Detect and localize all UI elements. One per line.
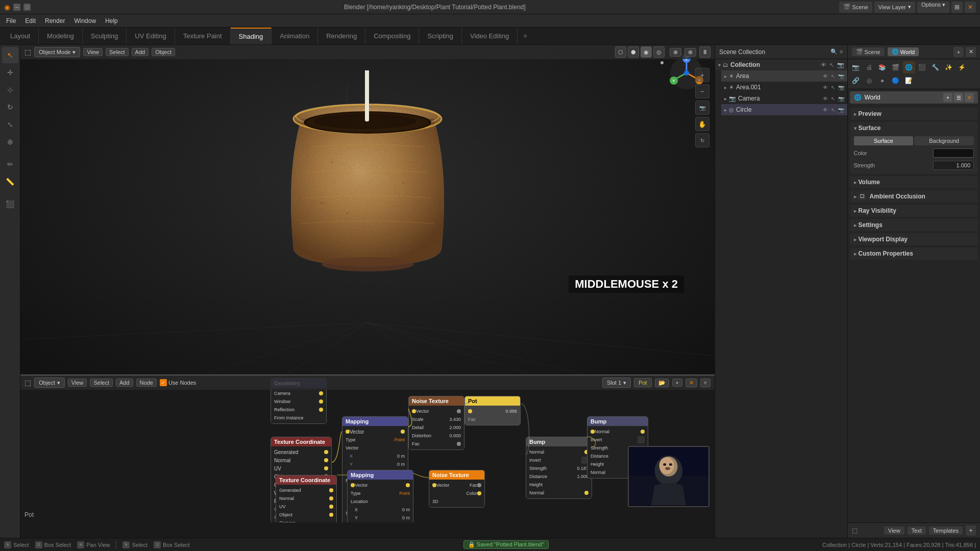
prop-tab-object[interactable]: ⬛ bbox=[916, 61, 928, 73]
tab-animation[interactable]: Animation bbox=[272, 28, 318, 44]
tab-sculpting[interactable]: Sculpting bbox=[83, 28, 127, 44]
nav-zoom-out[interactable]: − bbox=[695, 84, 709, 98]
mat-new-btn[interactable]: + bbox=[672, 379, 682, 387]
rendered-btn[interactable]: ◎ bbox=[653, 46, 665, 58]
node-editor-type-icon[interactable]: ⬚ bbox=[24, 379, 31, 387]
prop-tab-material[interactable]: ● bbox=[876, 74, 889, 87]
max-btn[interactable]: □ bbox=[23, 4, 31, 11]
solid-btn[interactable]: ⬢ bbox=[628, 46, 639, 58]
node-view-menu[interactable]: View bbox=[68, 379, 87, 387]
section-ao-header[interactable]: ▸ ☐ Ambient Occlusion bbox=[850, 190, 978, 203]
node-extra-btn[interactable]: ▿ bbox=[700, 379, 710, 387]
node-bump-1[interactable]: Bump Normal Invert Strength0.187 Distanc… bbox=[526, 437, 592, 499]
outliner-item-area001[interactable]: ▸ ☀ Area.001 👁 ↖ 📷 bbox=[721, 82, 847, 93]
node-node-menu[interactable]: Node bbox=[136, 379, 157, 387]
collection-row[interactable]: ▾ 🗂 Collection 👁 ↖ 📷 bbox=[715, 59, 847, 70]
prop-tab-particles[interactable]: ✨ bbox=[943, 61, 955, 73]
use-nodes-checkbox[interactable]: ✓ Use Nodes bbox=[160, 379, 196, 386]
nav-camera-view[interactable]: 📷 bbox=[695, 101, 709, 115]
add-cube-icon[interactable]: ⬛ bbox=[2, 196, 18, 212]
surface-tab[interactable]: Surface bbox=[854, 136, 914, 145]
world-browse-btn[interactable]: ☰ bbox=[954, 93, 963, 102]
node-texture-coord-2[interactable]: Texture Coordinate Generated Normal UV O… bbox=[276, 475, 337, 522]
move-icon[interactable]: ⊹ bbox=[2, 82, 18, 98]
measure-icon[interactable]: 📏 bbox=[2, 173, 18, 190]
prop-tab-constraints[interactable]: 🔗 bbox=[850, 74, 862, 87]
tab-layout[interactable]: Layout bbox=[2, 28, 39, 44]
menu-edit[interactable]: Edit bbox=[21, 16, 40, 26]
node-select-menu[interactable]: Select bbox=[90, 379, 113, 387]
prop-tab-modifier[interactable]: 🔧 bbox=[929, 61, 942, 73]
outliner-item-camera[interactable]: ▸ 📷 Camera 👁 ↖ 📷 bbox=[721, 93, 847, 104]
rotate-icon[interactable]: ↻ bbox=[2, 99, 18, 115]
nav-zoom-in[interactable]: + bbox=[695, 68, 709, 82]
view-layer-dropdown[interactable]: View Layer ▾ bbox=[874, 2, 915, 13]
prop-editor-icon[interactable]: ⬚ bbox=[852, 527, 857, 534]
tab-scripting[interactable]: Scripting bbox=[419, 28, 462, 44]
view-menu-btn[interactable]: View bbox=[83, 48, 103, 56]
tab-uv-editing[interactable]: UV Editing bbox=[127, 28, 175, 44]
node-mode-selector[interactable]: Object ▾ bbox=[34, 378, 65, 388]
collection-select-icon[interactable]: ↖ bbox=[829, 62, 834, 68]
annotate-icon[interactable]: ✏ bbox=[2, 156, 18, 172]
pause-btn[interactable]: ⏸ bbox=[699, 46, 710, 58]
view-tab[interactable]: View bbox=[884, 527, 904, 535]
mode-selector[interactable]: Object Mode ▾ bbox=[34, 47, 80, 57]
object-menu-btn[interactable]: Object bbox=[152, 48, 175, 56]
section-preview-header[interactable]: ▸ Preview bbox=[850, 108, 978, 120]
section-surface-header[interactable]: ▾ Surface bbox=[850, 122, 978, 134]
node-noise-texture[interactable]: Noise Texture Vector Scale3.430 Detail2.… bbox=[408, 396, 464, 450]
collection-render-icon[interactable]: 📷 bbox=[837, 62, 844, 68]
strength-input[interactable]: 1.000 bbox=[933, 161, 974, 170]
tab-rendering[interactable]: Rendering bbox=[318, 28, 365, 44]
select-menu-btn[interactable]: Select bbox=[106, 48, 129, 56]
prop-tab-render[interactable]: 📷 bbox=[850, 61, 862, 73]
section-viewport-display-header[interactable]: ▸ Viewport Display bbox=[850, 233, 978, 245]
mat-delete-btn[interactable]: ✕ bbox=[685, 379, 697, 387]
text-tab[interactable]: Text bbox=[908, 527, 926, 535]
prop-tab-shader[interactable]: 🔵 bbox=[890, 74, 902, 87]
menu-window[interactable]: Window bbox=[70, 16, 100, 26]
tab-modeling[interactable]: Modeling bbox=[39, 28, 83, 44]
prop-tab-scene[interactable]: 🎬 bbox=[890, 61, 902, 73]
editor-type-icon[interactable]: ⬚ bbox=[24, 48, 31, 56]
add-menu-btn[interactable]: Add bbox=[132, 48, 149, 56]
select-tool-icon[interactable]: ↖ bbox=[2, 47, 18, 63]
node-canvas[interactable]: Texture Coordinate Generated Normal UV O… bbox=[20, 375, 715, 522]
collection-eye-icon[interactable]: 👁 bbox=[821, 62, 826, 68]
tab-compositing[interactable]: Compositing bbox=[365, 28, 419, 44]
mat-browse-btn[interactable]: 📂 bbox=[655, 379, 669, 387]
wireframe-btn[interactable]: ⬡ bbox=[615, 46, 626, 58]
color-swatch[interactable] bbox=[933, 148, 974, 158]
options-btn[interactable]: Options ▾ bbox=[917, 2, 949, 13]
slot-selector[interactable]: Slot 1 ▾ bbox=[602, 378, 631, 388]
menu-help[interactable]: Help bbox=[101, 16, 122, 26]
section-ray-header[interactable]: ▸ Ray Visibility bbox=[850, 205, 978, 217]
prop-tab-custom[interactable]: 📝 bbox=[903, 74, 915, 87]
prop-header-new[interactable]: + bbox=[953, 47, 964, 57]
world-unlink-btn[interactable]: ✕ bbox=[965, 93, 974, 102]
node-output-pot[interactable]: Pot 0.986 Fac bbox=[464, 396, 521, 425]
prop-tab-viewlayer[interactable]: 📚 bbox=[876, 61, 889, 73]
prop-footer-plus[interactable]: + bbox=[966, 525, 976, 536]
gizmo-toggle[interactable]: ⊗ bbox=[684, 48, 696, 57]
material-preview-btn[interactable]: ◉ bbox=[641, 46, 652, 58]
cursor-icon[interactable]: ✛ bbox=[2, 64, 18, 81]
background-tab[interactable]: Background bbox=[914, 136, 974, 145]
tab-texture-paint[interactable]: Texture Paint bbox=[175, 28, 231, 44]
outliner-item-area[interactable]: ▸ ☀ Area 👁 ↖ 📷 bbox=[721, 70, 847, 82]
material-name-field[interactable]: Pot bbox=[634, 378, 652, 387]
section-volume-header[interactable]: ▸ Volume bbox=[850, 176, 978, 188]
expand-icon[interactable]: ⊞ bbox=[951, 2, 963, 13]
world-btn[interactable]: 🌐 World bbox=[888, 47, 919, 56]
transform-icon[interactable]: ⊕ bbox=[2, 134, 18, 150]
tab-add[interactable]: + bbox=[518, 28, 532, 44]
tab-shading[interactable]: Shading bbox=[231, 28, 272, 44]
templates-tab[interactable]: Templates bbox=[929, 527, 963, 535]
prop-tab-world[interactable]: 🌐 bbox=[903, 61, 915, 73]
node-add-menu[interactable]: Add bbox=[116, 379, 133, 387]
nav-orbit[interactable]: ↻ bbox=[695, 133, 709, 147]
node-mapping-2[interactable]: Mapping Vector TypePoint Location X0 m Y… bbox=[347, 470, 413, 522]
scene-dropdown[interactable]: 🎬 Scene bbox=[839, 2, 872, 13]
prop-header-close[interactable]: ✕ bbox=[966, 47, 976, 57]
